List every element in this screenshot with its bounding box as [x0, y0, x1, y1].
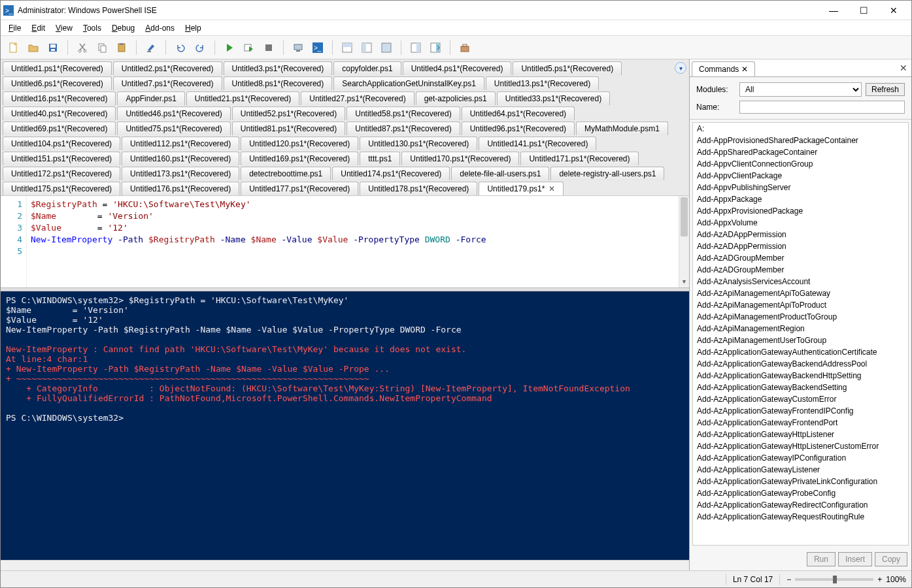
file-tab[interactable]: detectreboottime.ps1 — [241, 167, 331, 180]
zoom-thumb[interactable] — [833, 576, 837, 583]
file-tab[interactable]: MyMathModule.psm1 — [576, 122, 668, 135]
layout-script-top-button[interactable] — [338, 39, 356, 57]
command-list-item[interactable]: Add-AppxProvisionedPackage — [693, 205, 908, 217]
editor-vscrollbar[interactable]: ▲ ▼ — [679, 196, 689, 287]
stop-button[interactable] — [260, 39, 278, 57]
command-list-item[interactable]: Add-AppvClientConnectionGroup — [693, 158, 908, 170]
menu-debug[interactable]: Debug — [107, 22, 140, 35]
file-tab[interactable]: Untitled87.ps1*(Recovered) — [346, 122, 460, 135]
file-tab[interactable]: Untitled40.ps1*(Recovered) — [3, 106, 116, 120]
file-tab[interactable]: Untitled8.ps1*(Recovered) — [224, 76, 333, 90]
file-tab[interactable]: Untitled75.ps1*(Recovered) — [117, 122, 230, 135]
file-tab[interactable]: Untitled64.ps1*(Recovered) — [462, 106, 575, 120]
copy-button[interactable] — [93, 39, 111, 57]
command-list-item[interactable]: Add-AzApplicationGatewayListener — [693, 464, 908, 476]
save-button[interactable] — [44, 39, 62, 57]
menu-addons[interactable]: Add-ons — [140, 22, 180, 35]
file-tab[interactable]: copyfolder.ps1 — [333, 61, 401, 75]
command-list-item[interactable]: Add-AzApiManagementUserToGroup — [693, 335, 908, 346]
command-list-item[interactable]: Add-AzApplicationGatewayBackendSetting — [693, 382, 908, 393]
file-tab[interactable]: AppFinder.ps1 — [117, 91, 184, 105]
zoom-slider[interactable] — [795, 578, 873, 581]
layout-side-button[interactable] — [358, 39, 376, 57]
console-pane[interactable]: PS C:\WINDOWS\system32> $RegistryPath = … — [1, 291, 689, 560]
file-tab[interactable]: Untitled169.ps1*(Recovered) — [241, 152, 358, 165]
layout-full-button[interactable] — [377, 39, 396, 57]
menu-file[interactable]: File — [3, 22, 26, 35]
command-list-item[interactable]: Add-AzApiManagementApiToGateway — [693, 287, 908, 299]
file-tab[interactable]: Untitled1.ps1*(Recovered) — [3, 61, 112, 75]
command-list-item[interactable]: Add-AzApplicationGatewayProbeConfig — [693, 487, 908, 499]
clear-button[interactable] — [142, 39, 160, 57]
menu-view[interactable]: View — [50, 22, 78, 35]
run-button[interactable] — [220, 39, 239, 57]
file-tab[interactable]: Untitled13.ps1*(Recovered) — [486, 76, 599, 90]
file-tab[interactable]: get-azpolicies.ps1 — [416, 91, 496, 105]
file-tab[interactable]: Untitled120.ps1*(Recovered) — [241, 137, 358, 150]
command-list-item[interactable]: Add-AppSharedPackageContainer — [693, 146, 908, 158]
command-list-item[interactable]: Add-AzADGroupMember — [693, 252, 908, 264]
command-list-item[interactable]: Add-AzADGroupMember — [693, 264, 908, 276]
command-list-item[interactable]: Add-AzApplicationGatewayBackendHttpSetti… — [693, 370, 908, 382]
run-command-button[interactable]: Run — [807, 552, 836, 566]
command-list-item[interactable]: Add-AzApplicationGatewayFrontendPort — [693, 417, 908, 429]
file-tab[interactable]: delete-registry-all-users.ps1 — [550, 167, 664, 180]
command-list-item[interactable]: Add-AzApiManagementApiToProduct — [693, 299, 908, 311]
command-list-item[interactable]: Add-AzApplicationGatewayCustomError — [693, 393, 908, 405]
powershell-button[interactable]: >_ — [309, 39, 327, 57]
command-list-item[interactable]: Add-AzApplicationGatewayBackendAddressPo… — [693, 358, 908, 370]
open-button[interactable] — [24, 39, 42, 57]
undo-button[interactable] — [171, 39, 190, 57]
insert-command-button[interactable]: Insert — [838, 552, 872, 566]
file-tab[interactable]: Untitled4.ps1*(Recovered) — [403, 61, 512, 75]
new-button[interactable] — [5, 39, 23, 57]
command-list-item[interactable]: Add-AzApplicationGatewayAuthenticationCe… — [693, 346, 908, 358]
copy-command-button[interactable]: Copy — [875, 552, 907, 566]
maximize-button[interactable]: ☐ — [849, 1, 879, 20]
file-tab[interactable]: Untitled172.ps1*(Recovered) — [3, 167, 120, 180]
zoom-out-icon[interactable]: − — [786, 575, 791, 584]
menu-help[interactable]: Help — [180, 22, 207, 35]
file-tab[interactable]: Untitled178.ps1*(Recovered) — [360, 182, 477, 195]
command-list-item[interactable]: Add-AzAnalysisServicesAccount — [693, 276, 908, 287]
file-tab[interactable]: SearchApplicationGetUninstallKey.ps1 — [333, 76, 484, 90]
commands-tab[interactable]: Commands✕ — [692, 61, 755, 76]
command-list-item[interactable]: Add-AzADAppPermission — [693, 229, 908, 240]
file-tab[interactable]: Untitled171.ps1*(Recovered) — [520, 152, 638, 165]
file-tab[interactable]: Untitled7.ps1*(Recovered) — [113, 76, 222, 90]
scroll-down-arrow[interactable]: ▼ — [679, 278, 689, 287]
file-tab[interactable]: Untitled173.ps1*(Recovered) — [122, 167, 239, 180]
file-tab[interactable]: Untitled81.ps1*(Recovered) — [232, 122, 345, 135]
command-list-item[interactable]: Add-AzApplicationGatewayPrivateLinkConfi… — [693, 476, 908, 487]
redo-button[interactable] — [191, 39, 209, 57]
modules-select[interactable]: All — [739, 82, 862, 97]
file-tab[interactable]: Untitled52.ps1*(Recovered) — [232, 106, 345, 120]
file-tab[interactable]: delete-file-all-users.ps1 — [451, 167, 549, 180]
file-tab[interactable]: Untitled174.ps1*(Recovered) — [332, 167, 450, 180]
command-list-item[interactable]: Add-AzApiManagementProductToGroup — [693, 311, 908, 323]
command-list-item[interactable]: Add-AppvPublishingServer — [693, 182, 908, 193]
file-tab[interactable]: Untitled179.ps1*✕ — [479, 182, 564, 195]
command-list-item[interactable]: Add-AppxPackage — [693, 193, 908, 205]
file-tab[interactable]: Untitled104.ps1*(Recovered) — [3, 137, 120, 150]
command-list-item[interactable]: Add-AzApplicationGatewayIPConfiguration — [693, 452, 908, 464]
file-tab[interactable]: Untitled151.ps1*(Recovered) — [3, 152, 120, 165]
file-tab[interactable]: Untitled16.ps1*(Recovered) — [3, 91, 116, 105]
tab-scroll-button[interactable]: ▾ — [675, 62, 686, 74]
scroll-thumb[interactable] — [681, 197, 688, 237]
command-list-item[interactable]: Add-AzApplicationGatewayHttpListenerCust… — [693, 440, 908, 452]
command-list-item[interactable]: Add-AzApplicationGatewayHttpListener — [693, 429, 908, 440]
file-tab[interactable]: Untitled175.ps1*(Recovered) — [3, 182, 120, 195]
file-tab[interactable]: Untitled160.ps1*(Recovered) — [122, 152, 239, 165]
menu-tools[interactable]: Tools — [78, 22, 107, 35]
name-input[interactable] — [739, 101, 905, 114]
command-list-item[interactable]: Add-AppxVolume — [693, 217, 908, 229]
command-list-item[interactable]: Add-AzApplicationGatewayRequestRoutingRu… — [693, 511, 908, 523]
close-pane-button[interactable]: ✕ — [900, 63, 907, 73]
file-tab[interactable]: Untitled176.ps1*(Recovered) — [122, 182, 239, 195]
command-list-item[interactable]: Add-AppProvisionedSharedPackageContainer — [693, 135, 908, 146]
commands-list[interactable]: A:Add-AppProvisionedSharedPackageContain… — [692, 122, 909, 546]
file-tab[interactable]: Untitled170.ps1*(Recovered) — [401, 152, 519, 165]
file-tab[interactable]: Untitled33.ps1*(Recovered) — [497, 91, 610, 105]
file-tab[interactable]: Untitled3.ps1*(Recovered) — [224, 61, 333, 75]
